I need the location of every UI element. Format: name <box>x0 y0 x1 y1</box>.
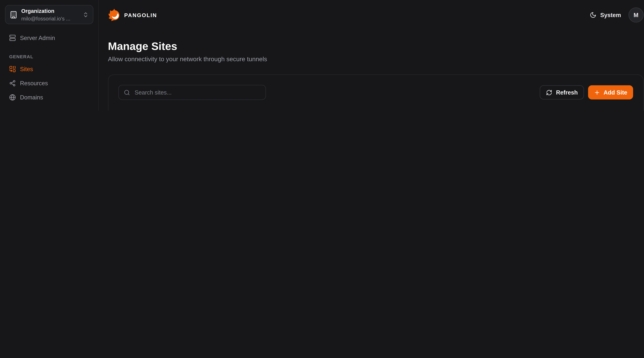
topbar: PANGOLIN System M <box>99 0 644 30</box>
section-label-general: GENERAL <box>9 54 89 59</box>
organization-subtitle: milo@fossorial.io's ... <box>21 16 70 22</box>
add-site-label: Add Site <box>604 89 627 96</box>
avatar[interactable]: M <box>628 7 644 22</box>
brand[interactable]: PANGOLIN <box>108 8 157 22</box>
main-content: PANGOLIN System M Manage Sites Allow con… <box>99 0 644 111</box>
building-icon <box>10 11 18 18</box>
plus-icon <box>594 89 600 96</box>
moon-icon <box>590 12 596 18</box>
sidebar-item-domains[interactable]: Domains <box>5 90 94 104</box>
sidebar-item-label: Sites <box>20 66 33 72</box>
toolbar-buttons: Refresh Add Site <box>540 85 633 99</box>
refresh-label: Refresh <box>556 89 578 96</box>
sidebar-item-label: Domains <box>20 94 43 101</box>
search-icon <box>124 89 130 96</box>
sidebar: Organization milo@fossorial.io's ... Ser… <box>0 0 99 111</box>
globe-icon <box>9 94 16 101</box>
sidebar-item-resources[interactable]: Resources <box>5 76 94 90</box>
chevrons-up-down-icon <box>82 11 89 18</box>
topbar-right: System M <box>590 7 644 22</box>
theme-toggle-label: System <box>600 12 621 18</box>
combine-icon <box>9 66 16 72</box>
sidebar-item-server-admin[interactable]: Server Admin <box>5 31 94 45</box>
search-box <box>118 85 266 100</box>
theme-toggle[interactable]: System <box>590 12 621 18</box>
sidebar-item-sites[interactable]: Sites <box>5 62 94 76</box>
add-site-button[interactable]: Add Site <box>588 85 633 99</box>
pangolin-logo-icon <box>108 8 121 22</box>
refresh-icon <box>546 89 552 96</box>
brand-name: PANGOLIN <box>124 12 157 18</box>
sites-card: Refresh Add Site Name Online <box>108 74 644 111</box>
share-icon <box>9 80 16 87</box>
page-subtitle: Allow connectivity to your network throu… <box>108 55 644 62</box>
organization-text: Organization milo@fossorial.io's ... <box>21 7 79 22</box>
table-header: Name Online Site Data In Data Out <box>118 105 633 111</box>
organization-selector[interactable]: Organization milo@fossorial.io's ... <box>5 5 94 24</box>
search-input[interactable] <box>134 89 260 96</box>
refresh-button[interactable]: Refresh <box>540 85 584 99</box>
sites-toolbar: Refresh Add Site <box>118 85 633 100</box>
organization-title: Organization <box>21 8 54 14</box>
sidebar-item-label: Server Admin <box>20 35 55 41</box>
sidebar-nav: Server Admin GENERAL Sites Resources Dom <box>0 26 98 111</box>
sidebar-item-label: Resources <box>20 80 48 87</box>
server-icon <box>9 35 16 41</box>
page-title: Manage Sites <box>108 40 644 52</box>
app-root: Organization milo@fossorial.io's ... Ser… <box>0 0 644 111</box>
page-header: Manage Sites Allow connectivity to your … <box>99 30 644 62</box>
